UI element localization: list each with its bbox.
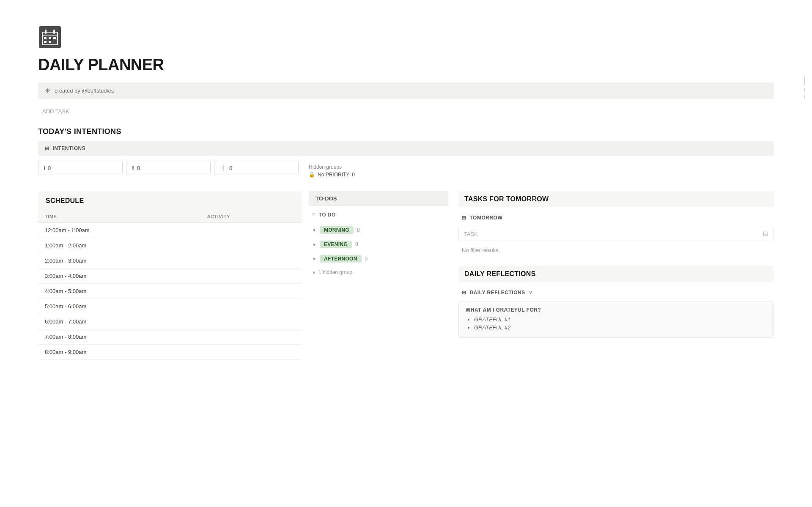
priority-box-low[interactable]: ❕ 0 [214,161,299,175]
svg-rect-2 [42,35,58,36]
app-icon [38,25,62,49]
svg-rect-8 [44,41,47,43]
lock-icon: 🔒 [309,172,315,178]
todos-section-title: TO-DOS [315,195,337,202]
reflections-card: WHAT AM I GRATEFUL FOR? GRATEFUL #1GRATE… [458,301,774,338]
schedule-table: TIME ACTIVITY 12:00am - 1:00am 1:00am - … [38,211,302,360]
activity-cell[interactable] [200,269,302,284]
hidden-group-text: 1 hidden group [318,269,352,275]
todo-group: ▼ MORNING 0 [309,224,448,236]
reflections-list: GRATEFUL #1GRATEFUL #2 [466,316,767,331]
group-count: 0 [357,227,360,233]
activity-cell[interactable] [200,223,302,238]
todays-intentions-section: TODAY'S INTENTIONS ⊞ INTENTIONS ⁞ 0 ‼ 0 … [38,127,774,181]
time-cell: 7:00am - 8:00am [38,329,200,345]
todo-group: ▼ AFTERNOON 0 [309,252,448,265]
sparkle-icon: ✳ [45,87,50,95]
group-count: 0 [365,256,368,262]
no-priority-row: 🔒 No PRIORITY 0 [309,172,355,178]
svg-rect-4 [53,30,55,34]
activity-cell[interactable] [200,284,302,299]
priority-med-icon: ‼ [132,164,134,171]
col-activity-header: ACTIVITY [200,211,302,223]
priority-box-high[interactable]: ⁞ 0 [38,161,123,175]
table-row[interactable]: 8:00am - 9:00am [38,345,302,360]
time-cell: 4:00am - 5:00am [38,284,200,299]
group-tag: MORNING [320,226,354,234]
time-cell: 2:00am - 3:00am [38,253,200,269]
chevron-down-icon: ∨ [312,269,316,275]
time-cell: 5:00am - 6:00am [38,299,200,314]
chevron-down2-icon: ∨ [529,290,533,296]
reflections-card-title: WHAT AM I GRATEFUL FOR? [466,307,767,313]
chevron-icon: ▼ [312,257,316,261]
activity-cell[interactable] [200,345,302,360]
reflections-db-label: DAILY REFLECTIONS [470,290,525,296]
left-panel: SCHEDULE TIME ACTIVITY 12:00am - 1:00am … [38,191,448,360]
table-row[interactable]: 1:00am - 2:00am [38,238,302,253]
table-row[interactable]: 5:00am - 6:00am [38,299,302,314]
activity-cell[interactable] [200,329,302,345]
priority-row: ⁞ 0 ‼ 0 ❕ 0 Hidden groups 🔒 No PRIORITY … [38,161,774,181]
no-results-text: No filter results. [458,244,774,256]
time-cell: 1:00am - 2:00am [38,238,200,253]
priority-med-value: 0 [137,165,140,171]
tomorrow-db-header: ⊞ TOMORROW [458,212,774,223]
todays-intentions-title: TODAY'S INTENTIONS [38,127,774,136]
scrollbar[interactable] [804,76,805,99]
intentions-db-header: ⊞ INTENTIONS [38,141,774,156]
todos-db-header: ≡ TO DO [309,209,448,220]
schedule-todos-row: SCHEDULE TIME ACTIVITY 12:00am - 1:00am … [38,191,448,360]
task-input-row[interactable]: TASK ☑ [458,227,774,241]
group-tag: AFTERNOON [320,255,362,263]
priority-box-med[interactable]: ‼ 0 [126,161,211,175]
table-row[interactable]: 2:00am - 3:00am [38,253,302,269]
todo-group: ▼ EVENING 0 [309,238,448,251]
reflection-item: GRATEFUL #1 [474,316,767,323]
activity-cell[interactable] [200,253,302,269]
activity-cell[interactable] [200,314,302,329]
priority-high-value: 0 [48,165,51,171]
table-row[interactable]: 7:00am - 8:00am [38,329,302,345]
table-row[interactable]: 3:00am - 4:00am [38,269,302,284]
hidden-group-row[interactable]: ∨ 1 hidden group [309,267,448,278]
chevron-icon: ▼ [312,228,316,233]
svg-rect-9 [49,41,51,43]
todo-group-header[interactable]: ▼ MORNING 0 [309,224,448,236]
schedule-table-container: SCHEDULE TIME ACTIVITY 12:00am - 1:00am … [38,191,302,360]
priority-low-icon: ❕ [219,164,227,171]
main-layout: SCHEDULE TIME ACTIVITY 12:00am - 1:00am … [38,191,774,360]
table-row[interactable]: 4:00am - 5:00am [38,284,302,299]
table-icon: ⊞ [45,145,49,151]
tasks-for-tomorrow-title: TASKS FOR TOMORROW [458,191,774,207]
created-by-bar: ✳ created by @buffstudies [38,82,774,99]
group-count: 0 [355,241,358,247]
right-panel: TASKS FOR TOMORROW ⊞ TOMORROW TASK ☑ No … [458,191,774,360]
page-container: DAILY PLANNER ✳ created by @buffstudies … [0,0,812,507]
no-priority-label: No PRIORITY [318,172,349,178]
todos-header: TO-DOS [309,191,448,206]
scrollbar-track [804,88,805,92]
svg-rect-7 [53,37,56,39]
hidden-groups-label: Hidden groups [309,164,342,170]
svg-rect-3 [45,30,47,34]
daily-reflections-title: DAILY REFLECTIONS [458,266,774,282]
add-task-button[interactable]: ADD TASK [38,106,74,117]
hidden-groups-panel: Hidden groups 🔒 No PRIORITY 0 [302,161,774,181]
table-row[interactable]: 6:00am - 7:00am [38,314,302,329]
time-cell: 3:00am - 4:00am [38,269,200,284]
group-tag: EVENING [320,241,352,248]
scrollbar-track2 [804,95,805,99]
todo-group-header[interactable]: ▼ AFTERNOON 0 [309,252,448,265]
activity-cell[interactable] [200,299,302,314]
schedule-section: SCHEDULE TIME ACTIVITY 12:00am - 1:00am … [38,191,302,360]
todo-group-header[interactable]: ▼ EVENING 0 [309,238,448,251]
activity-cell[interactable] [200,238,302,253]
table-row[interactable]: 12:00am - 1:00am [38,223,302,238]
grid2-icon: ⊞ [462,290,466,296]
daily-reflections-section: DAILY REFLECTIONS ⊞ DAILY REFLECTIONS ∨ … [458,266,774,338]
todo-groups-container: ▼ MORNING 0 ▼ EVENING 0 ▼ AFTERNOON 0 [309,224,448,265]
reflections-db-header: ⊞ DAILY REFLECTIONS ∨ [458,287,774,298]
page-title: DAILY PLANNER [38,56,774,74]
scrollbar-thumb [804,76,805,85]
